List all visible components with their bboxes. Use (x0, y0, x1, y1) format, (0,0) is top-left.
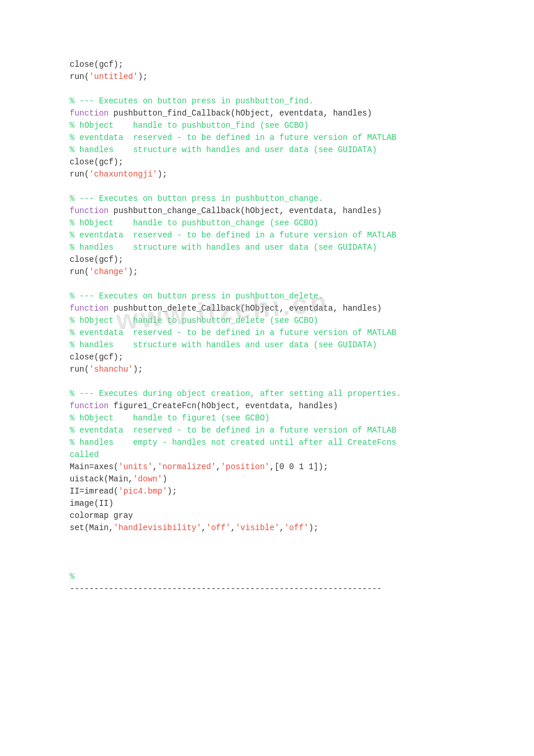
code-line: run('change'); (70, 267, 138, 276)
code-line: close(gcf); (70, 157, 123, 167)
code-line: colormap gray (70, 511, 133, 520)
code-line: % --- Executes on button press in pushbu… (70, 194, 323, 203)
code-line: II=imread('pic4.bmp'); (70, 487, 177, 496)
code-line: run('shanchu'); (70, 365, 143, 374)
code-line: % handles structure with handles and use… (70, 340, 377, 350)
code-line: % handles structure with handles and use… (70, 145, 377, 154)
code-line: close(gcf); (70, 60, 123, 69)
code-line: % eventdata reserved - to be defined in … (70, 328, 396, 337)
blank-line (70, 560, 74, 569)
code-line: function pushbutton_find_Callback(hObjec… (70, 109, 372, 118)
code-line: % handles empty - handles not created un… (70, 438, 396, 447)
code-line: set(Main,'handlevisibility','off','visib… (70, 523, 319, 532)
code-line: % --- Executes on button press in pushbu… (70, 291, 323, 301)
code-line: function figure1_CreateFcn(hObject, even… (70, 401, 338, 411)
code-line: function pushbutton_change_Callback(hObj… (70, 206, 382, 215)
code-line: % eventdata reserved - to be defined in … (70, 426, 396, 435)
blank-line (70, 84, 74, 93)
code-line: close(gcf); (70, 352, 123, 362)
separator-line: ----------------------------------------… (70, 584, 382, 593)
code-line: Main=axes('units','normalized','position… (70, 462, 328, 471)
code-line: % eventdata reserved - to be defined in … (70, 133, 396, 142)
code-line: % --- Executes during object creation, a… (70, 389, 401, 398)
blank-line (70, 377, 74, 386)
code-line: % hObject handle to pushbutton_change (s… (70, 218, 318, 228)
code-line: run('chaxuntongji'); (70, 170, 167, 179)
blank-line (70, 182, 74, 191)
code-line: % handles structure with handles and use… (70, 243, 377, 252)
blank-line (70, 279, 74, 289)
code-line: called (70, 450, 99, 459)
code-line: % hObject handle to figure1 (see GCBO) (70, 413, 269, 423)
code-line: run('untitled'); (70, 72, 147, 81)
code-line: % --- Executes on button press in pushbu… (70, 96, 313, 106)
code-line: uistack(Main,'down') (70, 474, 167, 484)
code-line: % eventdata reserved - to be defined in … (70, 231, 396, 240)
code-line: close(gcf); (70, 255, 123, 264)
blank-line (70, 548, 74, 557)
code-line: function pushbutton_delete_Callback(hObj… (70, 304, 382, 313)
code-line: % (70, 572, 74, 581)
code-block: close(gcf); run('untitled'); % --- Execu… (70, 46, 517, 607)
code-line: % hObject handle to pushbutton_delete (s… (70, 316, 318, 325)
code-line: % hObject handle to pushbutton_find (see… (70, 121, 309, 130)
code-line: image(II) (70, 499, 114, 508)
code-container: close(gcf); run('untitled'); % --- Execu… (0, 46, 534, 607)
blank-line (70, 535, 74, 545)
